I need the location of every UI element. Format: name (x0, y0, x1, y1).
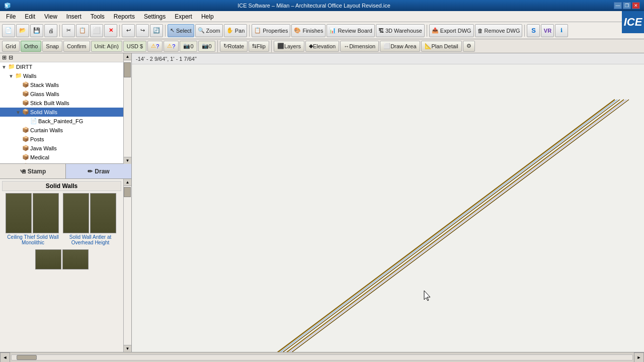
tree-node-glass-walls[interactable]: 📦 Glass Walls (0, 89, 123, 99)
dimension-label: Dimension (349, 43, 375, 49)
tiles-scroll-down[interactable]: ▼ (124, 345, 131, 352)
menu-expert[interactable]: Expert (171, 12, 196, 21)
tree-scrollbar[interactable]: ▲ ▼ (123, 53, 131, 164)
export-dwg-btn[interactable]: 📤 Export DWG (429, 24, 474, 37)
pan-btn[interactable]: ✋ Pan (224, 24, 248, 37)
finishes-btn[interactable]: 🎨 Finishes (291, 24, 326, 37)
rotate-label: Rotate (228, 43, 244, 49)
minimize-btn[interactable]: — (614, 2, 622, 9)
plan-detail-label: Plan Detail (432, 43, 458, 49)
draw-label: Draw (95, 168, 109, 175)
tree-node-stack-walls[interactable]: 📦 Stack Walls (0, 80, 123, 89)
tree-label-dirtt: DIRTT (16, 64, 32, 70)
properties-btn[interactable]: 📋 Properties (252, 24, 290, 37)
settings2-btn[interactable]: ⚙ (463, 41, 475, 52)
help1-btn[interactable]: ⚠ ? (147, 41, 163, 52)
tree-view: ⊞ ⊟ ▼ 📁 DIRTT ▼ 📁 Walls (0, 53, 123, 164)
tree-node-posts[interactable]: 📦 Posts (0, 135, 123, 144)
snap-btn[interactable]: Snap (42, 41, 62, 52)
elevation-btn[interactable]: ◆ Elevation (305, 41, 339, 52)
scroll-track (124, 60, 131, 157)
drawing-surface[interactable] (132, 64, 644, 352)
pan-icon: ✋ (226, 27, 233, 34)
restore-btn[interactable]: ❐ (623, 2, 631, 9)
close-btn[interactable]: ✕ (632, 2, 640, 9)
open-btn[interactable]: 📂 (16, 24, 29, 37)
menu-file[interactable]: File (2, 12, 20, 21)
select-btn[interactable]: ↖ Select (168, 24, 194, 37)
tree-node-java-walls[interactable]: 📦 Java Walls (0, 144, 123, 153)
scroll-up-btn[interactable]: ▲ (124, 53, 131, 60)
tree-node-medical[interactable]: 📦 Medical (0, 153, 123, 162)
menu-reports[interactable]: Reports (110, 12, 139, 21)
collapse-all-icon[interactable]: ⊟ (9, 54, 13, 61)
scroll-thumb-tree[interactable] (124, 62, 131, 77)
print-btn[interactable]: 🖨 (44, 24, 57, 37)
scroll-down-btn[interactable]: ▼ (124, 157, 131, 164)
stamp-btn[interactable]: 🖲 Stamp (0, 164, 65, 178)
refresh-btn[interactable]: 🔄 (150, 24, 163, 37)
help2-btn[interactable]: ⚠ ? (164, 41, 179, 52)
zoom-label: Zoom (206, 28, 220, 34)
ortho-btn[interactable]: Ortho (21, 41, 42, 52)
plan-detail-btn[interactable]: 📐 Plan Detail (421, 41, 462, 52)
draw-area-btn[interactable]: ⬜ Draw Area (380, 41, 420, 52)
tile3-img2 (62, 249, 89, 269)
tiles-scroll-thumb[interactable] (124, 187, 131, 197)
info-btn[interactable]: ℹ (555, 24, 568, 37)
left-scroll-arrow[interactable]: ◄ (0, 352, 10, 363)
menu-settings[interactable]: Settings (140, 12, 170, 21)
right-scroll-arrow[interactable]: ► (634, 352, 644, 363)
tile-partial[interactable] (35, 249, 89, 270)
expand-all-icon[interactable]: ⊞ (2, 54, 7, 61)
save-btn[interactable]: 💾 (30, 24, 43, 37)
counter1-val: 0 (190, 43, 193, 49)
menu-help[interactable]: Help (197, 12, 218, 21)
tree-node-solid-walls[interactable]: ▼ 📦 Solid Walls (0, 108, 123, 117)
dimension-btn[interactable]: ↔ Dimension (340, 41, 379, 52)
menu-tools[interactable]: Tools (87, 12, 109, 21)
3d-warehouse-btn[interactable]: 🏗 3D Warehouse (376, 24, 425, 37)
cut-btn[interactable]: ✂ (62, 24, 75, 37)
tree-node-curtain-walls[interactable]: 📦 Curtain Walls (0, 126, 123, 135)
menu-edit[interactable]: Edit (21, 12, 39, 21)
rotate-btn[interactable]: ↻ Rotate (220, 41, 248, 52)
paste-btn[interactable]: ⬜ (90, 24, 103, 37)
warehouse-icon: 🏗 (378, 28, 384, 34)
grid-btn[interactable]: Grid (2, 41, 20, 52)
tree-node-walls[interactable]: ▼ 📁 Walls (0, 71, 123, 80)
sketchup-btn[interactable]: S (527, 24, 540, 37)
flip-icon: ⇆ (252, 43, 257, 49)
menu-view[interactable]: View (40, 12, 61, 21)
draw-btn[interactable]: ✏ Draw (65, 164, 131, 178)
tiles-scroll-up[interactable]: ▲ (124, 179, 131, 186)
vr-icon: VR (544, 28, 551, 34)
new-btn[interactable]: 📄 (2, 24, 15, 37)
confirm-label: Confirm (67, 43, 87, 49)
tree-node-back-painted[interactable]: 📄 Back_Painted_FG (0, 117, 123, 126)
vr-btn[interactable]: VR (541, 24, 554, 37)
sep1 (59, 25, 60, 37)
layers-btn[interactable]: ⬛ Layers (274, 41, 304, 52)
delete-btn[interactable]: ✕ (104, 24, 117, 37)
tree-node-stick-walls[interactable]: 📦 Stick Built Walls (0, 99, 123, 108)
flip-btn[interactable]: ⇆ Flip (249, 41, 269, 52)
tile-solid-antler[interactable]: Solid Wall Antler at Overhead Height (63, 193, 118, 245)
zoom-btn[interactable]: 🔍 Zoom (195, 24, 223, 37)
undo-btn[interactable]: ↩ (122, 24, 135, 37)
tiles-scrollbar[interactable]: ▲ ▼ (123, 179, 131, 352)
redo-btn[interactable]: ↪ (136, 24, 149, 37)
expand-medical (15, 155, 21, 160)
item-icon-stick: 📦 (22, 100, 29, 107)
review-board-btn[interactable]: 📊 Review Board (327, 24, 374, 37)
confirm-btn[interactable]: Confirm (63, 41, 90, 52)
remove-dwg-btn[interactable]: 🗑 Remove DWG (475, 24, 523, 37)
plan-detail-icon: 📐 (425, 43, 432, 49)
tile-ceiling-thief[interactable]: Ceiling Thief Solid Wall Monolithic (6, 193, 61, 245)
sep4 (249, 25, 250, 37)
tree-label-stick: Stick Built Walls (30, 100, 69, 106)
tree-node-dirtt[interactable]: ▼ 📁 DIRTT (0, 62, 123, 71)
h-scroll-thumb[interactable] (17, 355, 37, 360)
menu-insert[interactable]: Insert (62, 12, 86, 21)
copy-btn[interactable]: 📋 (76, 24, 89, 37)
